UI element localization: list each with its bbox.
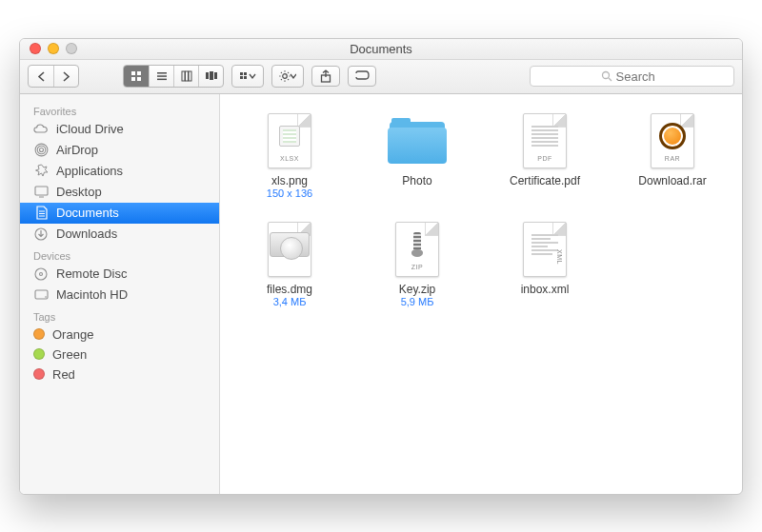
downloads-icon <box>33 227 49 242</box>
file-meta: 3,4 МБ <box>273 296 307 307</box>
file-name: Key.zip <box>399 283 435 296</box>
svg-rect-15 <box>240 76 243 79</box>
tag-dot-icon <box>33 368 45 380</box>
coverflow-view-button[interactable] <box>198 66 223 87</box>
sidebar-item-airdrop[interactable]: AirDrop <box>20 140 219 161</box>
sidebar-item-label: Downloads <box>56 227 117 241</box>
sidebar-item-remote-disc[interactable]: Remote Disc <box>20 264 219 285</box>
file-name: Certificate.pdf <box>510 174 580 187</box>
tag-dot-icon <box>33 348 45 360</box>
nav-back-forward <box>28 65 79 88</box>
sidebar-item-label: iCloud Drive <box>56 122 124 136</box>
search-input[interactable] <box>616 69 664 84</box>
svg-point-30 <box>37 146 46 154</box>
file-item[interactable]: Photo <box>360 111 474 199</box>
airdrop-icon <box>33 143 49 158</box>
sidebar-item-label: Red <box>52 367 75 382</box>
sidebar-item-macintosh-hd[interactable]: Macintoh HD <box>20 285 219 305</box>
file-grid: XLSX xls.png 150 x 136 Photo <box>230 111 732 308</box>
file-item[interactable]: ZIP Key.zip 5,9 МБ <box>360 220 474 307</box>
svg-rect-11 <box>210 71 213 80</box>
svg-rect-12 <box>214 72 217 79</box>
file-name: files.dmg <box>267 283 312 296</box>
svg-rect-7 <box>182 71 185 81</box>
file-grid-area: XLSX xls.png 150 x 136 Photo <box>220 94 742 494</box>
arrange-button[interactable] <box>232 66 263 87</box>
svg-rect-13 <box>240 72 243 75</box>
action-dropdown[interactable] <box>271 65 304 88</box>
window-title: Documents <box>20 42 742 56</box>
sidebar-section-devices-title: Devices <box>20 245 219 264</box>
finder-window: Documents <box>19 38 743 495</box>
desktop-icon <box>33 185 49 200</box>
search-field[interactable] <box>530 66 734 87</box>
icon-view-button[interactable] <box>124 66 149 87</box>
svg-rect-4 <box>157 72 167 74</box>
sidebar-item-label: Desktop <box>56 185 102 199</box>
file-badge: XLSX <box>269 155 311 162</box>
sidebar-tag-orange[interactable]: Orange <box>20 325 219 345</box>
svg-line-23 <box>288 72 289 73</box>
sidebar-section-favorites-title: Favorites <box>20 100 219 119</box>
file-item[interactable]: RAR Download.rar <box>615 111 730 199</box>
svg-line-24 <box>281 79 282 80</box>
column-view-button[interactable] <box>173 66 198 87</box>
sidebar-item-downloads[interactable]: Downloads <box>20 224 219 245</box>
sidebar-item-label: Macintoh HD <box>56 287 128 302</box>
sidebar-item-label: Orange <box>52 327 93 342</box>
svg-rect-5 <box>157 75 167 77</box>
svg-rect-3 <box>137 77 141 81</box>
sidebar-item-label: Green <box>52 347 87 362</box>
file-name: xls.png <box>271 174 308 187</box>
file-meta: 150 x 136 <box>267 187 312 199</box>
arrange-dropdown[interactable] <box>231 65 264 88</box>
action-button[interactable] <box>272 66 303 87</box>
file-name: Download.rar <box>638 174 706 187</box>
sidebar-item-label: Applications <box>56 164 123 178</box>
svg-line-22 <box>281 72 282 73</box>
sidebar-item-documents[interactable]: Documents <box>20 203 219 224</box>
sidebar-item-label: Remote Disc <box>56 266 127 281</box>
documents-icon <box>33 206 49 221</box>
file-badge: XML <box>556 249 563 265</box>
file-item[interactable]: files.dmg 3,4 МБ <box>232 220 347 307</box>
svg-rect-10 <box>206 72 209 79</box>
hd-icon <box>33 287 49 303</box>
file-icon: XML <box>511 220 578 279</box>
file-item[interactable]: XLSX xls.png 150 x 136 <box>232 111 347 199</box>
svg-rect-8 <box>185 71 188 81</box>
titlebar: Documents <box>20 39 742 60</box>
svg-point-29 <box>39 148 43 152</box>
disc-icon <box>33 266 49 282</box>
svg-rect-32 <box>35 187 48 195</box>
svg-line-28 <box>609 78 612 81</box>
svg-rect-9 <box>189 71 191 81</box>
sidebar-item-icloud[interactable]: iCloud Drive <box>20 119 219 140</box>
sidebar-item-label: Documents <box>56 206 119 220</box>
tags-button[interactable] <box>348 66 376 87</box>
search-icon <box>601 70 612 82</box>
back-button[interactable] <box>29 66 53 87</box>
list-view-button[interactable] <box>149 66 173 87</box>
file-icon: XLSX <box>256 111 323 170</box>
svg-point-41 <box>45 296 47 298</box>
sidebar-section-tags-title: Tags <box>20 305 219 325</box>
sidebar-item-applications[interactable]: Applications <box>20 161 219 182</box>
forward-button[interactable] <box>53 66 78 87</box>
svg-rect-0 <box>131 71 135 75</box>
svg-point-39 <box>40 272 43 275</box>
sidebar: Favorites iCloud Drive AirDrop Applicati… <box>20 94 220 494</box>
file-badge: ZIP <box>396 264 438 270</box>
toolbar <box>20 60 742 94</box>
file-item[interactable]: PDF Certificate.pdf <box>488 111 602 199</box>
sidebar-tag-green[interactable]: Green <box>20 345 219 365</box>
share-button[interactable] <box>311 66 340 87</box>
sidebar-tag-red[interactable]: Red <box>20 365 219 384</box>
svg-rect-14 <box>244 72 247 75</box>
file-item[interactable]: XML inbox.xml <box>488 220 602 307</box>
file-badge: PDF <box>524 155 566 162</box>
file-icon: RAR <box>639 111 706 170</box>
svg-rect-6 <box>157 79 167 81</box>
sidebar-item-desktop[interactable]: Desktop <box>20 182 219 203</box>
file-icon <box>256 220 323 279</box>
